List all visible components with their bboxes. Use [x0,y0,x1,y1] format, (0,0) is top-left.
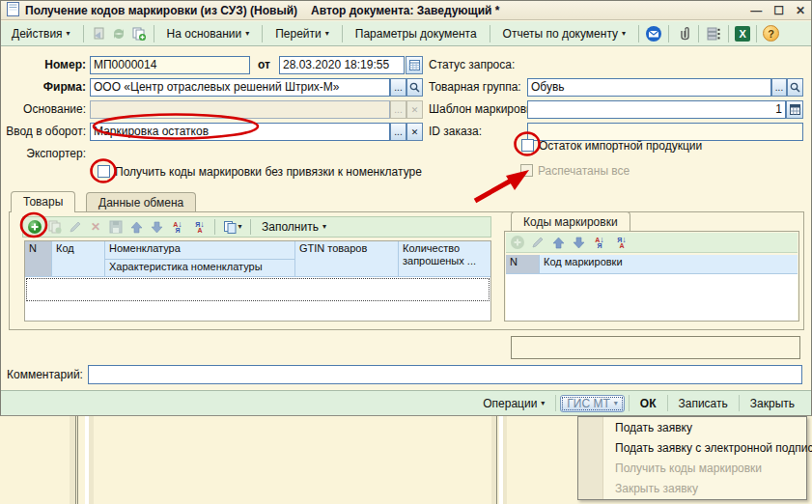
goods-col-gtin[interactable]: GTIN товаров [295,241,399,277]
magnifier-icon [790,82,800,93]
codes-sort-ascending-icon[interactable]: А↓ Я [590,234,609,251]
ok-button[interactable]: ОК [633,395,663,412]
product-group-select-button[interactable]: ... [771,78,787,97]
main-toolbar: Действия▾ На основании▾ Перейти▾ Парамет… [1,21,811,46]
product-group-field[interactable]: Обувь [527,78,771,97]
minimize-button[interactable]: — [750,2,762,19]
operations-button[interactable]: Операции▾ [476,395,551,412]
circulation-label: Ввод в оборот: [1,123,86,141]
codes-table-toolbar: А↓ Я Я↓ А [506,233,798,253]
title-bar[interactable]: Получение кодов маркировки (из СУЗ) (Нов… [1,1,811,20]
number-field[interactable]: МП0000014 [90,56,250,74]
menu-item-submit-request-signed[interactable]: Подать заявку с электронной подписью [578,438,806,459]
copy-list-button[interactable]: ▾ [220,218,245,236]
codes-table-body[interactable] [506,274,798,321]
calendar-icon [409,60,420,70]
firm-open-button[interactable] [406,78,423,97]
copy-row-button [46,218,64,236]
background-column-divider [89,415,94,504]
basis-label: Основание: [1,100,86,119]
maximize-button[interactable]: ☐ [773,2,784,19]
circulation-clear-button[interactable]: ✕ [406,123,423,141]
goto-button[interactable]: Перейти▾ [268,24,336,43]
calendar-button[interactable] [406,56,423,74]
toolbar-separator [668,25,669,42]
footer-button-bar: Операции▾ ГИС МТ▾ ОК Записать Закрыть [1,390,811,415]
add-row-button[interactable] [26,218,43,236]
save-button[interactable]: Записать [672,395,735,412]
basis-clear-button: ✕ [406,100,423,119]
background-column-divider [75,415,76,504]
fill-button[interactable]: Заполнить▾ [256,220,332,234]
goods-col-nomenclature[interactable]: Номенклатура [105,241,295,260]
background-column-divider [496,415,497,504]
codes-move-down-button[interactable] [570,234,587,251]
tab-marking-codes[interactable]: Коды маркировки [511,211,630,232]
goods-col-quantity[interactable]: Количество запрошеных ... [399,241,490,277]
tab-exchange-data[interactable]: Данные обмена [86,192,196,211]
number-label: Номер: [1,56,86,74]
goods-table[interactable]: N Код Номенклатура GTIN товаров Количест… [24,240,491,322]
marking-template-calc-button[interactable] [786,100,803,119]
marking-template-label: Шаблон маркировки: [429,100,541,119]
paperclip-icon[interactable] [675,25,692,42]
request-status-label: Статус запроса: [429,56,515,74]
chevron-down-icon: ▾ [614,400,618,407]
toolbar-separator [342,25,343,42]
firm-field[interactable]: ООО «Центр отраслевых решений Штрих-М» [90,78,390,97]
goods-col-code[interactable]: Код [52,241,105,277]
help-icon[interactable]: ? [763,25,779,42]
close-button[interactable]: ✕ [796,2,805,19]
delete-row-button: ✕ [87,218,104,236]
document-reports-button[interactable]: Отчеты по документу▾ [496,24,632,43]
no-nomenclature-checkbox-label[interactable]: Получить коды маркировки без привязки к … [115,165,422,180]
marking-template-field[interactable]: 1 [527,100,786,119]
document-icon [7,2,19,19]
window-title-author: Автор документа: Заведующий * [311,4,499,17]
codes-col-code[interactable]: Код маркировки [540,255,798,274]
product-group-open-button[interactable] [787,78,803,97]
refresh-icon[interactable] [110,25,127,42]
actions-button[interactable]: Действия▾ [5,24,77,43]
firm-select-button[interactable]: ... [390,78,406,97]
codes-sort-descending-icon[interactable]: Я↓ А [612,234,631,251]
gis-mt-dropdown-menu: Подать заявку Подать заявку с электронно… [577,416,807,500]
edit-row-button [67,218,84,236]
close-window-button[interactable]: Закрыть [743,395,801,412]
chevron-down-icon: ▾ [245,30,249,38]
excel-export-icon[interactable]: X [735,26,750,42]
toolbar-separator [728,25,729,42]
goods-col-characteristic[interactable]: Характеристика номенклатуры [105,260,295,277]
toolbar-separator [698,25,699,42]
codes-col-n[interactable]: N [506,255,540,274]
goods-col-n[interactable]: N [25,241,52,277]
document-parameters-button[interactable]: Параметры документа [349,24,484,43]
toolbar-separator [638,25,639,42]
background-column-divider [77,415,78,504]
import-remainder-checkbox-label[interactable]: Остаток импортной продукции [539,139,702,154]
product-group-label: Товарная группа: [429,78,521,97]
comment-field[interactable] [88,365,802,384]
codes-move-up-button[interactable] [549,234,567,251]
comment-label: Комментарий: [7,366,83,384]
date-field[interactable]: 28.03.2020 18:19:55 [279,56,405,74]
on-basis-button[interactable]: На основании▾ [160,24,257,43]
no-nomenclature-checkbox[interactable] [98,165,110,178]
circulation-field[interactable]: Маркировка остатков [90,123,390,141]
codes-table-header: N Код маркировки [506,255,798,274]
circulation-select-button[interactable]: ... [390,123,406,141]
footer-separator [629,395,630,411]
gis-mt-button[interactable]: ГИС МТ▾ [560,395,624,412]
menu-item-submit-request[interactable]: Подать заявку [578,418,806,438]
structure-icon[interactable] [705,25,722,42]
email-icon[interactable] [645,25,662,42]
sort-ascending-icon: А↓ Я [168,218,187,236]
codes-edit-button [529,234,546,251]
post-document-icon[interactable] [90,25,107,42]
chevron-down-icon: ▾ [67,30,70,38]
chevron-down-icon: ▾ [622,30,626,38]
tab-goods[interactable]: Товары [11,191,75,212]
goods-empty-row[interactable] [26,278,490,301]
create-based-on-icon[interactable] [130,25,148,42]
import-remainder-checkbox[interactable] [521,139,534,152]
